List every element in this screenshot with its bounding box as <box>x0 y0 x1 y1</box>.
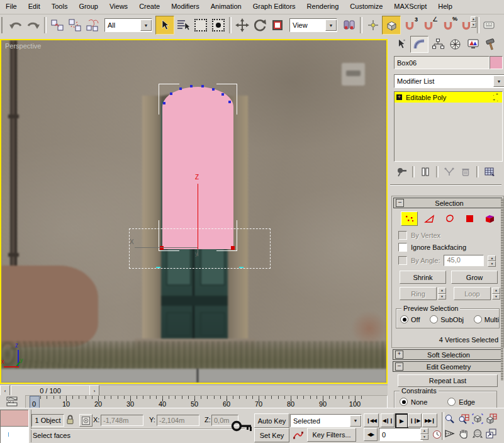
menu-modifiers[interactable]: Modifiers <box>165 0 205 13</box>
time-configuration-button[interactable] <box>430 428 443 441</box>
selection-lock-icon[interactable] <box>65 414 75 425</box>
tab-utilities[interactable] <box>482 36 499 52</box>
repeat-last-button[interactable]: Repeat Last <box>398 374 498 387</box>
pin-stack-icon[interactable] <box>394 165 409 179</box>
vertex-handle[interactable] <box>212 88 215 91</box>
zoom-extents-icon[interactable] <box>471 412 484 425</box>
arc-rotate-icon[interactable] <box>471 427 484 440</box>
previous-frame-button[interactable]: ◀❙❙ <box>381 413 395 427</box>
modifier-stack-list[interactable]: + Editable Poly ·⁺⁺· <box>394 91 503 162</box>
undo-icon[interactable] <box>7 16 25 34</box>
border-subobject-button[interactable] <box>441 211 458 226</box>
redo-icon[interactable] <box>25 16 42 34</box>
expand-icon[interactable]: + <box>395 350 403 359</box>
panel-right-scrollbar[interactable] <box>501 198 503 381</box>
angle-snap-toggle[interactable]: ∠ <box>418 16 439 34</box>
go-to-end-button[interactable]: ▶▶❙ <box>422 413 437 427</box>
play-button[interactable]: ▶ <box>395 413 408 429</box>
soft-selection-rollout-header[interactable]: + Soft Selection <box>393 349 501 360</box>
menu-group[interactable]: Group <box>73 0 104 13</box>
tab-motion[interactable] <box>447 36 464 52</box>
toolbar-grip[interactable] <box>1 17 5 33</box>
mirror-button[interactable] <box>340 16 358 34</box>
auto-key-button[interactable]: Auto Key <box>254 413 289 428</box>
modifier-list-dropdown[interactable]: Modifier List ▼ <box>394 74 504 88</box>
current-frame-field[interactable]: 0 <box>379 428 423 441</box>
frame-spinner[interactable]: ▲▼ <box>420 428 428 440</box>
vertex-subobject-button[interactable] <box>401 211 418 226</box>
tab-hierarchy[interactable] <box>429 36 446 52</box>
selection-rollout-header[interactable]: – Selection <box>393 198 502 208</box>
menu-graph-editors[interactable]: Graph Editors <box>247 0 301 13</box>
default-tangents-button[interactable] <box>290 428 306 442</box>
by-angle-spinner[interactable]: ▲▼ <box>488 255 496 266</box>
bind-to-space-warp-icon[interactable] <box>84 16 101 34</box>
stack-item-editable-poly[interactable]: + Editable Poly ·⁺⁺· <box>395 92 502 103</box>
object-name-field[interactable]: Box06 <box>394 56 490 69</box>
zoom-extents-all-icon[interactable] <box>484 412 498 425</box>
dropdown-arrow-icon[interactable]: ▼ <box>350 415 361 427</box>
shrink-button[interactable]: Shrink <box>400 271 446 284</box>
vertex-handle[interactable] <box>179 87 182 90</box>
open-mini-curve-editor-icon[interactable] <box>4 395 21 408</box>
maximize-viewport-toggle[interactable] <box>484 427 498 440</box>
tab-display[interactable] <box>464 36 481 52</box>
y-coord-field[interactable]: -2,104m <box>157 415 199 426</box>
select-and-manipulate-button[interactable] <box>364 16 382 34</box>
dropdown-arrow-icon[interactable]: ▼ <box>140 20 152 31</box>
menu-create[interactable]: Create <box>133 0 165 13</box>
viewport-label[interactable]: Perspective <box>5 42 41 50</box>
preview-subobj-radio[interactable] <box>430 315 438 323</box>
menu-customize[interactable]: Customize <box>344 0 388 13</box>
field-of-view-icon[interactable] <box>443 427 456 440</box>
object-color-swatch[interactable] <box>490 56 503 69</box>
stack-expand-icon[interactable]: + <box>396 94 402 100</box>
menu-help[interactable]: Help <box>432 0 458 13</box>
preview-off-radio[interactable] <box>400 315 408 323</box>
menu-edit[interactable]: Edit <box>23 0 46 13</box>
x-coord-field[interactable]: -1,748m <box>101 415 143 426</box>
select-and-scale-button[interactable] <box>269 16 286 34</box>
set-key-button[interactable]: Set Key <box>254 428 289 442</box>
remove-modifier-icon[interactable] <box>458 165 473 179</box>
constraint-none-radio[interactable] <box>400 398 408 406</box>
menu-maxscript[interactable]: MAXScript <box>388 0 432 13</box>
grow-button[interactable]: Grow <box>451 271 498 284</box>
window-crossing-toggle[interactable] <box>210 16 227 34</box>
select-and-rotate-button[interactable] <box>251 16 269 34</box>
zoom-icon[interactable] <box>443 412 456 425</box>
dropdown-arrow-icon[interactable]: ▼ <box>325 20 337 31</box>
dropdown-arrow-icon[interactable]: ▼ <box>493 76 504 87</box>
menu-rendering[interactable]: Rendering <box>301 0 345 13</box>
ring-spinner[interactable]: ▲▼ <box>438 288 446 300</box>
listener-line[interactable] <box>0 426 29 443</box>
menu-tools[interactable]: Tools <box>46 0 74 13</box>
collapse-icon[interactable]: – <box>396 199 404 207</box>
vertex-handle[interactable] <box>190 85 193 87</box>
menu-file[interactable]: File <box>0 0 23 13</box>
select-and-link-icon[interactable] <box>48 16 66 34</box>
show-end-result-icon[interactable] <box>418 165 433 179</box>
element-subobject-button[interactable] <box>481 211 498 226</box>
edit-geometry-rollout-header[interactable]: – Edit Geometry <box>393 361 501 372</box>
polygon-subobject-button[interactable] <box>461 211 478 226</box>
menu-animation[interactable]: Animation <box>205 0 247 13</box>
loop-spinner[interactable]: ▲▼ <box>492 288 500 300</box>
rectangular-selection-region-button[interactable] <box>192 16 210 34</box>
macro-recorder-line[interactable] <box>0 410 29 427</box>
go-to-start-button[interactable]: ❙◀◀ <box>364 413 379 427</box>
loop-button[interactable]: Loop <box>454 287 491 300</box>
select-and-move-button[interactable] <box>233 16 251 34</box>
ignore-backfacing-checkbox[interactable] <box>398 243 407 252</box>
reference-coordinate-dropdown[interactable]: View ▼ <box>289 18 337 32</box>
vertex-handle[interactable] <box>201 85 204 87</box>
set-keys-key-icon[interactable] <box>230 413 253 439</box>
snap-3d-icon[interactable]: 3 <box>401 16 418 34</box>
absolute-offset-toggle[interactable] <box>79 414 92 427</box>
key-filters-button[interactable]: Key Filters... <box>307 428 356 442</box>
edge-subobject-button[interactable] <box>421 211 438 226</box>
make-unique-icon[interactable] <box>442 165 457 179</box>
snaps-toggle-button[interactable] <box>382 16 401 35</box>
spinner-snap-toggle[interactable]: ▲▼ <box>457 16 475 34</box>
preview-multi-radio[interactable] <box>474 315 482 323</box>
